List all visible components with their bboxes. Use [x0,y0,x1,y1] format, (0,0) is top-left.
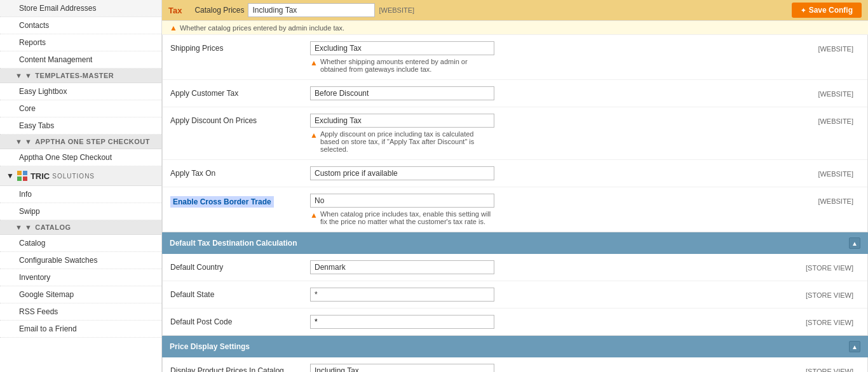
svg-rect-3 [23,176,27,181]
arrow-icon: ▼ [15,138,32,145]
default-tax-section: Default Country Denmark [STORE VIEW] Def… [162,254,868,336]
sidebar-item-swipp[interactable]: Swipp [0,203,161,220]
form-row-default-post-code: Default Post Code [STORE VIEW] [163,309,867,335]
form-row-apply-discount: Apply Discount On Prices Excluding Tax I… [163,107,867,160]
catalog-prices-label: Catalog Prices [194,6,244,15]
apply-discount-select[interactable]: Excluding Tax Including Tax [310,114,494,128]
default-post-code-input[interactable] [310,315,494,329]
top-bar: Tax Catalog Prices Including Tax [WEBSIT… [162,0,868,21]
cross-border-hint: ▲ When catalog price includes tax, enabl… [310,210,494,225]
form-row-default-country: Default Country Denmark [STORE VIEW] [163,254,867,281]
cross-border-hint-text: When catalog price includes tax, enable … [320,210,494,225]
top-hint: ▲ Whether catalog prices entered by admi… [162,21,868,35]
sidebar-section-catalog[interactable]: ▼ CATALOG [0,220,161,235]
form-row-display-product-prices: Display Product Prices In Catalog Includ… [163,357,867,372]
display-product-prices-control: Including Tax Excluding Tax Both [310,364,799,372]
default-tax-section-title: Default Tax Destination Calculation [170,239,297,248]
form-row-apply-tax-on: Apply Tax On Custom price if available O… [163,160,867,187]
default-post-code-control [310,315,799,329]
price-display-section-header: Price Display Settings ▲ [162,336,868,357]
content-body: Shipping Prices Excluding Tax Including … [162,35,868,372]
arrow-icon: ▼ [6,171,14,180]
apply-discount-hint-text: Apply discount on price including tax is… [320,130,494,153]
sidebar-item-reports[interactable]: Reports [0,34,161,51]
apply-discount-label: Apply Discount On Prices [170,114,310,125]
default-country-control: Denmark [310,260,799,274]
sidebar-item-info[interactable]: Info [0,186,161,203]
save-config-button[interactable]: Save Config [792,3,862,18]
sidebar-item-easy-tabs[interactable]: Easy Tabs [0,117,161,135]
svg-rect-2 [17,176,22,181]
sidebar-item-inventory[interactable]: Inventory [0,269,161,286]
default-country-scope: [STORE VIEW] [799,260,860,274]
cross-border-control: No Yes ▲ When catalog price includes tax… [310,194,811,225]
sidebar-section-templates-master[interactable]: ▼ TEMPLATES-MASTER [0,69,161,83]
default-tax-collapse-btn[interactable]: ▲ [849,237,860,249]
apply-customer-tax-select[interactable]: Before Discount After Discount [310,86,494,100]
arrow-icon: ▼ [15,223,32,231]
apply-tax-on-select[interactable]: Custom price if available Original price… [310,166,494,180]
shipping-prices-scope: [WEBSITE] [811,41,860,55]
hint-icon: ▲ [170,23,177,32]
cross-border-scope: [WEBSITE] [811,194,860,208]
default-state-label: Default State [170,288,310,299]
svg-rect-0 [17,171,22,175]
sidebar-section-apptha[interactable]: ▼ APPTHA ONE STEP CHECKOUT [0,135,161,149]
shipping-prices-control: Excluding Tax Including Tax ▲ Whether sh… [310,41,811,73]
display-product-prices-label: Display Product Prices In Catalog [170,364,310,372]
sidebar-item-content-management[interactable]: Content Management [0,51,161,69]
catalog-prices-select[interactable]: Including Tax [248,3,375,17]
svg-rect-1 [23,171,27,175]
cross-border-label-text: Enable Cross Border Trade [170,196,274,208]
shipping-prices-select-wrap: Excluding Tax Including Tax [310,41,494,55]
sidebar-section-tric[interactable]: ▼ TRIC SOLUTIONS [0,166,161,186]
default-post-code-scope: [STORE VIEW] [799,315,860,329]
tax-calculation-section: Shipping Prices Excluding Tax Including … [162,35,868,232]
apply-customer-tax-label: Apply Customer Tax [170,86,310,98]
apply-discount-control: Excluding Tax Including Tax ▲ Apply disc… [310,114,811,153]
shipping-prices-hint-text: Whether shipping amounts entered by admi… [320,58,494,73]
apply-tax-on-scope: [WEBSITE] [811,166,860,180]
shipping-prices-select[interactable]: Excluding Tax Including Tax [310,41,494,55]
default-country-select[interactable]: Denmark [310,260,494,274]
apply-customer-tax-control: Before Discount After Discount [310,86,811,100]
default-post-code-label: Default Post Code [170,315,310,326]
apply-tax-on-control: Custom price if available Original price… [310,166,811,180]
sidebar-item-contacts[interactable]: Contacts [0,17,161,34]
top-hint-text: Whether catalog prices entered by admin … [180,24,344,32]
arrow-icon: ▼ [15,72,32,79]
sidebar-item-easy-lightbox[interactable]: Easy Lightbox [0,83,161,100]
price-display-collapse-btn[interactable]: ▲ [849,341,860,352]
form-row-shipping-prices: Shipping Prices Excluding Tax Including … [163,35,867,80]
main-content: Tax Catalog Prices Including Tax [WEBSIT… [162,0,868,372]
apply-customer-tax-scope: [WEBSITE] [811,86,860,100]
form-row-cross-border: Enable Cross Border Trade No Yes ▲ When … [163,187,867,232]
apply-discount-scope: [WEBSITE] [811,114,860,128]
sidebar-item-email-to-friend[interactable]: Email to a Friend [0,321,161,338]
sidebar-item-google-sitemap[interactable]: Google Sitemap [0,286,161,303]
sidebar-item-apptha[interactable]: Apptha One Step Checkout [0,149,161,166]
default-state-control: * [310,288,799,302]
apply-tax-on-label: Apply Tax On [170,166,310,178]
default-country-label: Default Country [170,260,310,272]
sidebar-item-store-email-addresses[interactable]: Store Email Addresses [0,0,161,17]
default-state-select[interactable]: * [310,288,494,302]
sidebar-item-core[interactable]: Core [0,100,161,117]
sidebar-item-rss-feeds[interactable]: RSS Feeds [0,303,161,321]
display-product-prices-scope: [STORE VIEW] [799,364,860,372]
sidebar-item-configurable-swatches[interactable]: Configurable Swatches [0,252,161,269]
sidebar-item-catalog[interactable]: Catalog [0,235,161,252]
cross-border-label: Enable Cross Border Trade [170,194,310,208]
form-row-default-state: Default State * [STORE VIEW] [163,281,867,309]
hint-icon: ▲ [310,211,318,220]
apply-discount-hint: ▲ Apply discount on price including tax … [310,130,494,153]
default-tax-section-header: Default Tax Destination Calculation ▲ [162,232,868,254]
cross-border-select[interactable]: No Yes [310,194,494,208]
shipping-prices-label: Shipping Prices [170,41,310,53]
display-product-prices-select[interactable]: Including Tax Excluding Tax Both [310,364,494,372]
default-state-scope: [STORE VIEW] [799,288,860,302]
hint-icon: ▲ [310,131,318,140]
hint-icon: ▲ [310,58,318,67]
shipping-prices-hint: ▲ Whether shipping amounts entered by ad… [310,58,494,73]
price-display-section: Display Product Prices In Catalog Includ… [162,357,868,372]
